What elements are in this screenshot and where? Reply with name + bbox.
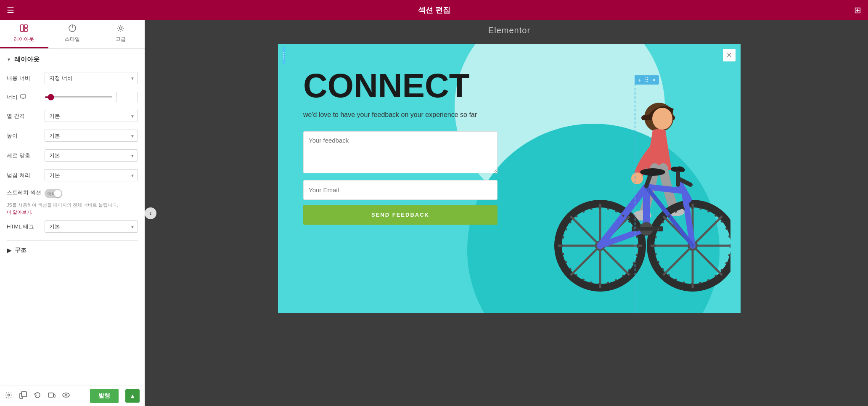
vertical-align-label: 세로 맞춤 (7, 152, 45, 159)
svg-point-11 (63, 393, 69, 397)
left-panel: 레이아웃 스타일 고급 ▼ 레이아웃 (0, 20, 145, 406)
svg-point-6 (8, 394, 10, 396)
tab-style[interactable]: 스타일 (48, 20, 97, 48)
stretch-toggle[interactable]: 아니 (45, 189, 62, 198)
slider-container (45, 92, 138, 102)
svg-rect-2 (24, 29, 27, 32)
height-select-wrapper: 기본 ▼ (45, 130, 138, 142)
vertical-align-select[interactable]: 기본 (45, 149, 138, 162)
move-column-button[interactable]: ⠿ (645, 77, 649, 83)
main-layout: 레이아웃 스타일 고급 ▼ 레이아웃 (0, 20, 868, 406)
email-input[interactable] (303, 180, 498, 200)
layers-icon[interactable] (19, 391, 27, 401)
svg-point-22 (631, 172, 643, 184)
bottom-toolbar: 발행 ▲ (0, 385, 145, 406)
connect-subtitle: we'd love to have your feedback on your … (303, 111, 498, 119)
feedback-textarea[interactable] (303, 131, 498, 173)
stretch-label: 스트레치 섹션 (7, 189, 45, 196)
svg-rect-0 (21, 25, 24, 32)
svg-point-4 (119, 27, 122, 29)
svg-line-41 (680, 185, 688, 199)
publish-button[interactable]: 발행 (90, 389, 119, 403)
column-gap-row: 열 간격 기본 ▼ (7, 110, 138, 122)
grid-icon[interactable]: ⊞ (854, 5, 861, 15)
tab-style-label: 스타일 (65, 36, 80, 43)
column-toolbar: + ⠿ × (635, 75, 659, 85)
connect-right (519, 44, 741, 313)
tab-layout-label: 레이아웃 (14, 36, 34, 43)
tab-advanced[interactable]: 고급 (96, 20, 145, 48)
overflow-row: 넘침 처리 기본 ▼ (7, 169, 138, 181)
html-tag-select-wrapper: 기본 ▼ (45, 220, 138, 233)
tabs-row: 레이아웃 스타일 고급 (0, 20, 145, 49)
tab-layout[interactable]: 레이아웃 (0, 20, 48, 48)
svg-rect-5 (21, 95, 26, 98)
svg-point-47 (640, 168, 665, 176)
vertical-align-row: 세로 맞춤 기본 ▼ (7, 149, 138, 162)
publish-arrow-button[interactable]: ▲ (125, 389, 140, 403)
width-slider[interactable] (45, 96, 113, 98)
svg-rect-9 (48, 393, 53, 397)
overflow-select-wrapper: 기본 ▼ (45, 169, 138, 181)
content-width-select-wrapper: 지정 너비 전체 너비 ▼ (45, 72, 138, 84)
close-column-button[interactable]: × (652, 77, 656, 83)
height-label: 높이 (7, 132, 45, 140)
responsive-icon[interactable] (48, 391, 56, 401)
structure-collapse-arrow: ▶ (7, 247, 11, 254)
stretch-learn-more-link[interactable]: 더 알아보기. (7, 210, 32, 215)
overflow-select[interactable]: 기본 (45, 169, 138, 181)
connect-title: CONNECT (303, 69, 498, 103)
content-width-row: 내용 너비 지정 너비 전체 너비 ▼ (7, 72, 138, 84)
preview-icon[interactable] (62, 391, 70, 401)
bike-illustration (529, 77, 730, 313)
elementor-header: Elementor (151, 20, 868, 40)
column-gap-select[interactable]: 기본 (45, 110, 138, 122)
hamburger-icon[interactable]: ☰ (7, 5, 14, 15)
elementor-title: Elementor (488, 26, 530, 35)
layout-section-title: 레이아웃 (14, 56, 40, 64)
page-close-button[interactable]: × (723, 49, 736, 61)
canvas-wrapper: + ⠿ × × CONNECT we'd love to have your f… (151, 40, 868, 406)
stretch-row: 스트레치 섹션 아니 (7, 189, 138, 198)
style-tab-icon (69, 24, 76, 34)
tab-advanced-label: 고급 (116, 36, 126, 43)
height-select[interactable]: 기본 (45, 130, 138, 142)
svg-point-14 (283, 54, 284, 55)
top-bar: ☰ 섹션 편집 ⊞ (0, 0, 868, 20)
page-preview: + ⠿ × × CONNECT we'd love to have your f… (278, 44, 741, 313)
layout-section-header: ▼ 레이아웃 (7, 56, 138, 64)
layout-tab-icon (20, 24, 28, 34)
svg-rect-1 (24, 25, 27, 28)
svg-rect-10 (54, 395, 55, 397)
structure-header[interactable]: ▶ 구조 (7, 247, 138, 254)
svg-point-13 (283, 52, 284, 53)
width-input[interactable] (116, 92, 138, 102)
svg-point-16 (283, 58, 284, 59)
panel-content: ▼ 레이아웃 내용 너비 지정 너비 전체 너비 ▼ 너비 (0, 49, 145, 385)
section-collapse-arrow[interactable]: ▼ (7, 57, 11, 62)
advanced-tab-icon (117, 24, 124, 34)
section-handle[interactable] (278, 44, 290, 313)
vertical-align-select-wrapper: 기본 ▼ (45, 149, 138, 162)
html-tag-row: HTML 태그 기본 ▼ (7, 220, 138, 233)
settings-icon[interactable] (5, 391, 13, 401)
svg-point-21 (652, 108, 672, 130)
collapse-toggle[interactable]: ‹ (145, 207, 156, 219)
history-icon[interactable] (34, 391, 41, 401)
svg-point-15 (283, 56, 284, 57)
section-handle-bar (283, 47, 285, 64)
svg-point-12 (65, 394, 67, 396)
connect-section: CONNECT we'd love to have your feedback … (278, 44, 741, 313)
width-label: 너비 (7, 93, 18, 101)
overflow-label: 넘침 처리 (7, 172, 45, 179)
add-column-button[interactable]: + (638, 77, 641, 83)
structure-section: ▶ 구조 (7, 240, 138, 254)
html-tag-select[interactable]: 기본 (45, 220, 138, 233)
column-border (635, 75, 635, 313)
send-feedback-button[interactable]: SEND FEEDBACK (303, 205, 498, 225)
content-width-select[interactable]: 지정 너비 전체 너비 (45, 72, 138, 84)
width-row: 너비 (7, 92, 138, 102)
stretch-note: JS를 사용하여 섹션을 페이지의 전체 너비로 늘립니다. 더 알아보기. (7, 202, 138, 215)
html-tag-label: HTML 태그 (7, 223, 45, 231)
height-row: 높이 기본 ▼ (7, 130, 138, 142)
